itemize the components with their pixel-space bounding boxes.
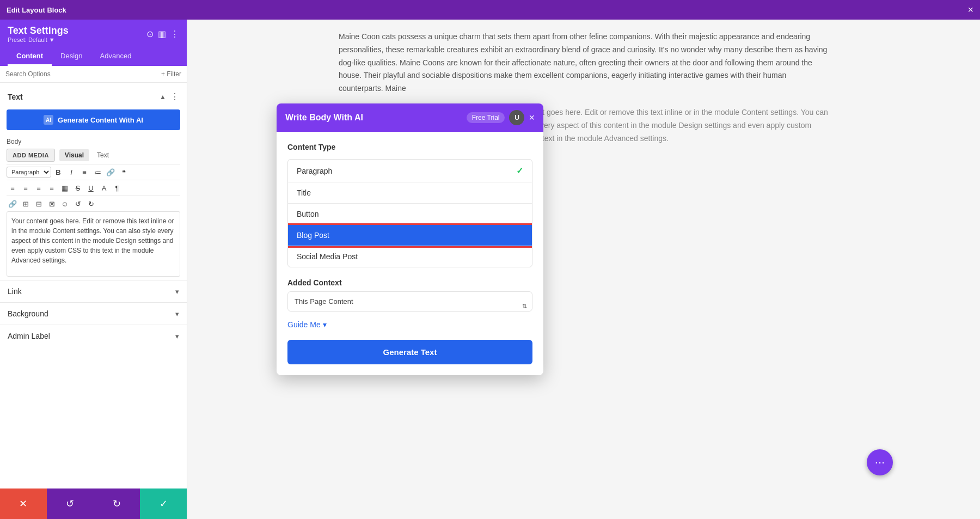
modal-header-right: Free Trial U × (467, 110, 535, 125)
outdent-button[interactable]: ⊠ (46, 198, 58, 210)
guide-me-button[interactable]: Guide Me ▾ (287, 320, 327, 329)
align-left-button[interactable]: ≡ (7, 182, 19, 194)
sidebar-header: Text Settings Preset: Default ▼ ⊙ ▥ ⋮ Co… (0, 20, 187, 66)
bold-button[interactable]: B (52, 166, 64, 178)
top-bar: Edit Layout Block × (0, 0, 980, 20)
sidebar-search-bar: + Filter (0, 66, 187, 83)
strikethrough-button[interactable]: S̶ (72, 182, 84, 194)
undo-editor-button[interactable]: ↺ (72, 198, 84, 210)
link-label: Link (8, 287, 22, 296)
redo-button[interactable]: ↻ (94, 489, 140, 519)
text-section-more-icon[interactable]: ⋮ (170, 91, 179, 102)
top-bar-title: Edit Layout Block (7, 6, 66, 14)
background-label: Background (8, 309, 48, 318)
text-section-collapse-icon[interactable]: ▲ (160, 93, 166, 101)
generate-text-button[interactable]: Generate Text (287, 340, 532, 364)
modal-close-button[interactable]: × (529, 113, 535, 123)
text-section-header: Text ▲ ⋮ (0, 88, 187, 105)
more-options-icon-button[interactable]: ⋮ (170, 29, 179, 39)
admin-label: Admin Label (8, 332, 50, 340)
content-type-button[interactable]: Button (288, 204, 532, 225)
generate-content-button[interactable]: AI Generate Content With AI (7, 109, 180, 130)
unordered-list-button[interactable]: ≡ (78, 166, 90, 178)
content-type-title[interactable]: Title (288, 182, 532, 204)
undo-button[interactable]: ↺ (47, 489, 94, 519)
content-type-label: Content Type (287, 143, 532, 151)
admin-label-section-header[interactable]: Admin Label ▾ (0, 325, 187, 347)
ai-modal: Write Body With AI Free Trial U × Conten… (277, 103, 543, 375)
sidebar-tabs: Content Design Advanced (8, 47, 179, 66)
cancel-button[interactable]: ✕ (0, 489, 47, 519)
background-section-header[interactable]: Background ▾ (0, 303, 187, 325)
content-type-social-media-label: Social Media Post (297, 252, 358, 261)
top-bar-close-button[interactable]: × (967, 4, 973, 16)
align-center-button[interactable]: ≡ (20, 182, 32, 194)
content-type-blog-post-label: Blog Post (297, 231, 329, 240)
toolbar-row-1: Paragraph Heading 1 Heading 2 B I ≡ ≔ 🔗 … (7, 164, 180, 180)
fab-button[interactable]: ··· (867, 449, 893, 475)
italic-button[interactable]: I (65, 166, 77, 178)
free-trial-badge: Free Trial (467, 112, 505, 123)
search-input[interactable] (5, 70, 158, 78)
filter-button[interactable]: + Filter (161, 70, 181, 78)
layout-icon-button[interactable]: ▥ (158, 29, 166, 39)
guide-me-label: Guide Me (287, 320, 321, 329)
text-color-button[interactable]: A (98, 182, 110, 194)
indent-button[interactable]: ⊟ (33, 198, 45, 210)
editor-content: Your content goes here. Edit or remove t… (11, 217, 174, 264)
link2-button[interactable]: 🔗 (7, 198, 19, 210)
save-button[interactable]: ✓ (140, 489, 187, 519)
tab-content[interactable]: Content (8, 47, 52, 66)
background-section: Background ▾ (0, 302, 187, 325)
editor-tab-text[interactable]: Text (91, 149, 114, 161)
admin-label-section: Admin Label ▾ (0, 325, 187, 347)
content-type-button-label: Button (297, 210, 318, 218)
text-section-title: Text (8, 93, 23, 101)
format-button[interactable]: ⊞ (20, 198, 32, 210)
added-context-label: Added Context (287, 278, 532, 287)
emoji-button[interactable]: ☺ (59, 198, 71, 210)
content-type-list: Paragraph ✓ Title Button Blog Post Socia… (287, 159, 532, 267)
paragraph-check-icon: ✓ (516, 166, 523, 176)
justify-button[interactable]: ≡ (46, 182, 58, 194)
content-type-paragraph[interactable]: Paragraph ✓ (288, 160, 532, 182)
link-section: Link ▾ (0, 280, 187, 302)
ordered-list-button[interactable]: ≔ (91, 166, 103, 178)
sidebar-title: Text Settings (8, 25, 69, 36)
content-type-blog-post[interactable]: Blog Post (288, 225, 532, 246)
tab-design[interactable]: Design (52, 47, 91, 66)
redo-editor-button[interactable]: ↻ (85, 198, 97, 210)
body-text-content: Your content goes here. Edit or remove t… (502, 108, 828, 143)
editor-body[interactable]: Your content goes here. Edit or remove t… (7, 211, 180, 277)
focus-icon-button[interactable]: ⊙ (146, 29, 154, 39)
modal-title: Write Body With AI (285, 113, 363, 123)
underline-button[interactable]: U (85, 182, 97, 194)
ai-icon: AI (44, 115, 53, 125)
admin-label-chevron-icon: ▾ (175, 332, 179, 340)
background-chevron-icon: ▾ (175, 310, 179, 318)
user-avatar: U (509, 110, 524, 125)
body-section: Body ADD MEDIA Visual Text Paragraph Hea… (0, 135, 187, 280)
table-button[interactable]: ▦ (59, 182, 71, 194)
modal-header: Write Body With AI Free Trial U × (277, 103, 543, 132)
toolbar-row-2: ≡ ≡ ≡ ≡ ▦ S̶ U A ¶ (7, 180, 180, 196)
content-type-paragraph-label: Paragraph (297, 167, 332, 175)
tab-advanced[interactable]: Advanced (91, 47, 140, 66)
context-select[interactable]: This Page Content (287, 291, 532, 312)
special-chars-button[interactable]: ¶ (111, 182, 123, 194)
content-type-social-media[interactable]: Social Media Post (288, 246, 532, 267)
sidebar-header-icons: ⊙ ▥ ⋮ (146, 29, 179, 39)
add-media-button[interactable]: ADD MEDIA (7, 149, 55, 162)
toolbar-row-3: 🔗 ⊞ ⊟ ⊠ ☺ ↺ ↻ (7, 196, 180, 211)
editor-tabs: Visual Text (59, 149, 114, 161)
bottom-bar: ✕ ↺ ↻ ✓ (0, 489, 187, 519)
link-section-header[interactable]: Link ▾ (0, 280, 187, 302)
blockquote-button[interactable]: ❝ (118, 166, 130, 178)
paragraph-select[interactable]: Paragraph Heading 1 Heading 2 (7, 167, 51, 178)
sidebar: Text Settings Preset: Default ▼ ⊙ ▥ ⋮ Co… (0, 20, 187, 519)
sidebar-preset[interactable]: Preset: Default ▼ (8, 36, 69, 43)
editor-tab-visual[interactable]: Visual (59, 149, 89, 161)
link-button[interactable]: 🔗 (105, 166, 117, 178)
sidebar-content: Text ▲ ⋮ AI Generate Content With AI Bod… (0, 83, 187, 489)
align-right-button[interactable]: ≡ (33, 182, 45, 194)
